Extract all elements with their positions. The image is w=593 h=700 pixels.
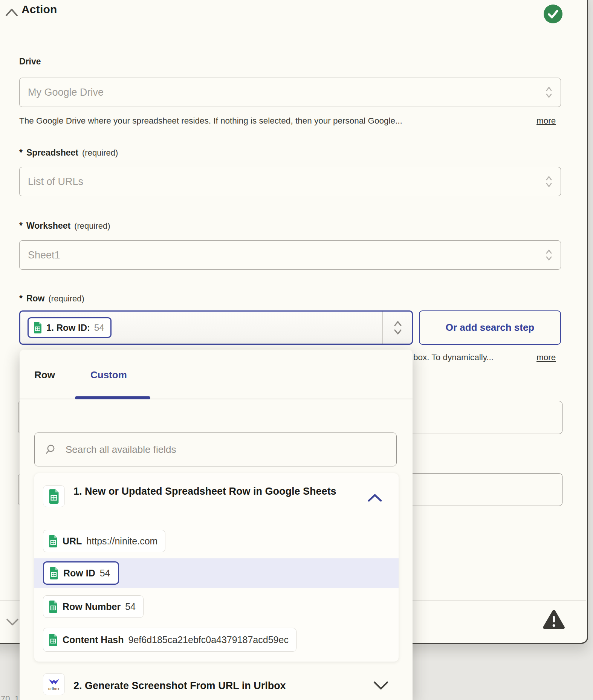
spreadsheet-select[interactable]: List of URLs <box>19 167 561 196</box>
drive-label: Drive <box>19 57 41 67</box>
drive-select-value: My Google Drive <box>28 87 104 98</box>
urlbox-app-icon: urlbox <box>43 673 65 695</box>
tab-row[interactable]: Row <box>34 369 55 381</box>
field-option-url[interactable]: URL https://ninite.com <box>43 530 165 552</box>
tab-custom[interactable]: Custom <box>90 369 127 381</box>
zap-editor-screen: Action Drive My Google Drive The Google … <box>0 0 593 700</box>
google-sheets-icon <box>48 489 60 504</box>
field-option-row-number[interactable]: Row Number 54 <box>43 595 144 618</box>
required-note: (required) <box>74 221 110 231</box>
required-note: (required) <box>82 148 118 157</box>
worksheet-select-value: Sheet1 <box>28 249 60 261</box>
row-label: *Row(required) <box>19 293 84 304</box>
drive-select[interactable]: My Google Drive <box>19 78 561 107</box>
worksheet-select[interactable]: Sheet1 <box>19 240 561 270</box>
urlbox-wordmark: urlbox <box>48 687 60 691</box>
warning-triangle-icon[interactable] <box>542 609 566 631</box>
expand-group-icon[interactable] <box>373 680 389 690</box>
search-icon <box>45 444 55 455</box>
required-asterisk: * <box>19 293 23 303</box>
row-help-more-link[interactable]: more <box>536 353 556 362</box>
active-tab-underline <box>75 396 150 399</box>
add-search-step-button[interactable]: Or add search step <box>419 310 561 345</box>
select-spinner-icon <box>546 249 552 261</box>
drive-help-more-link[interactable]: more <box>536 116 556 126</box>
field-mapping-dropdown: Row Custom Search all available fields 1… <box>20 350 413 700</box>
select-spinner-icon <box>546 86 552 99</box>
section-title: Action <box>21 3 57 16</box>
google-sheets-icon <box>48 634 58 646</box>
row-mapped-value-tag[interactable]: 1. Row ID: 54 <box>28 317 112 338</box>
search-placeholder: Search all available fields <box>66 444 176 455</box>
google-sheets-app-icon <box>43 485 65 507</box>
field-option-row-id[interactable]: Row ID 54 <box>43 561 119 585</box>
tag-label: 1. Row ID: <box>46 322 90 333</box>
step1-fields-group: 1. New or Updated Spreadsheet Row in Goo… <box>34 473 399 662</box>
required-note: (required) <box>49 294 84 303</box>
field-option-content-hash[interactable]: Content Hash 9ef6d185ca21ebfc0a4379187ac… <box>43 628 296 652</box>
select-spinner-icon <box>546 175 552 188</box>
drive-help-text: The Google Drive where your spreadsheet … <box>19 116 528 126</box>
required-asterisk: * <box>19 221 23 231</box>
search-fields-input[interactable]: Search all available fields <box>34 433 397 466</box>
expand-footer-icon[interactable] <box>6 618 19 626</box>
google-sheets-icon <box>48 535 58 547</box>
step2-group-title[interactable]: 2. Generate Screenshot From URL in Urlbo… <box>73 678 367 694</box>
worksheet-label: *Worksheet(required) <box>19 221 110 231</box>
step-complete-check-icon <box>544 5 562 23</box>
collapse-group-icon[interactable] <box>367 494 382 503</box>
tag-value: 54 <box>94 322 104 333</box>
step1-group-title[interactable]: 1. New or Updated Spreadsheet Row in Goo… <box>73 484 375 499</box>
google-sheets-icon <box>48 601 58 613</box>
urlbox-logo-icon <box>48 677 60 686</box>
combobox-divider <box>382 312 383 344</box>
row-help-text-fragment: box. To dynamically... <box>413 353 494 362</box>
spreadsheet-select-value: List of URLs <box>28 176 83 188</box>
spreadsheet-label: *Spreadsheet(required) <box>19 148 118 158</box>
collapse-section-icon[interactable] <box>5 8 18 17</box>
combobox-spinner-icon[interactable] <box>394 320 402 336</box>
google-sheets-icon <box>33 322 42 333</box>
row-combobox[interactable]: 1. Row ID: 54 <box>19 310 413 345</box>
google-sheets-icon <box>49 567 59 579</box>
required-asterisk: * <box>19 148 23 157</box>
